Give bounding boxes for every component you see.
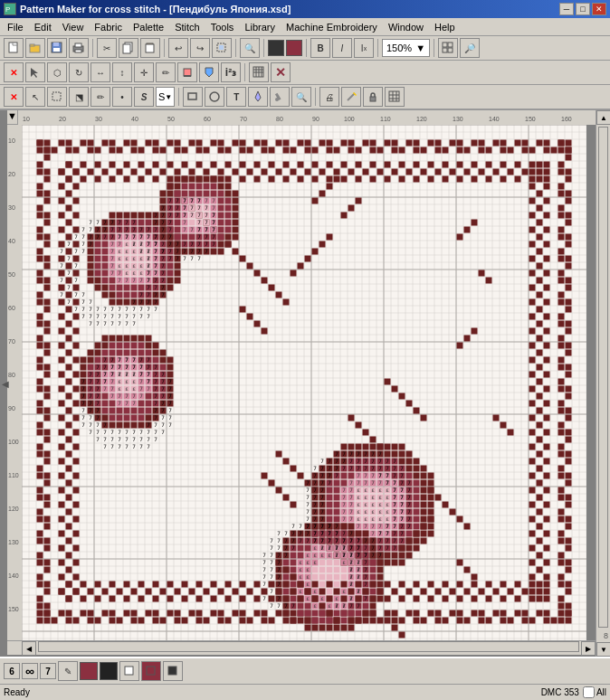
scroll-up-button[interactable]: ▲ <box>596 110 610 125</box>
cut-button[interactable]: ✂ <box>97 38 117 58</box>
svg-rect-81 <box>168 667 176 675</box>
erase2-button[interactable] <box>177 62 197 82</box>
menu-file[interactable]: File <box>2 20 29 34</box>
italic-button[interactable]: I <box>332 38 352 58</box>
svg-text:90: 90 <box>312 116 319 122</box>
all-checkbox[interactable] <box>583 686 595 698</box>
square-btn3[interactable] <box>163 661 183 681</box>
print3-button[interactable]: 🖨 <box>319 87 339 107</box>
pattern-canvas[interactable] <box>22 125 586 640</box>
pencil-mode-btn[interactable]: ✎ <box>58 661 78 681</box>
menu-edit[interactable]: Edit <box>29 20 57 34</box>
S-arrow[interactable]: ▼ <box>165 93 172 101</box>
menu-window[interactable]: Window <box>383 20 429 34</box>
flip-h-button[interactable]: ↔ <box>91 62 110 82</box>
h-scroll-thumb[interactable] <box>38 641 579 652</box>
point3-button[interactable]: • <box>112 87 132 107</box>
infinity-btn[interactable]: ∞ <box>22 663 38 679</box>
poly-button[interactable]: ⬔ <box>69 87 89 107</box>
undo-button[interactable]: ↩ <box>168 38 188 58</box>
num2-btn[interactable]: 7 <box>40 663 56 679</box>
zoom-out-button[interactable]: 🔍 <box>240 38 260 58</box>
pencil2-button[interactable]: ✏ <box>156 62 176 82</box>
canvas-container: ▼ 1020 3040 5060 7080 90100 110120 13014… <box>7 110 596 657</box>
svg-text:30: 30 <box>95 116 102 122</box>
color-swatch-1[interactable] <box>80 662 98 680</box>
S-button[interactable]: S <box>134 87 154 107</box>
eyedrop3-button[interactable] <box>270 87 290 107</box>
num1-btn[interactable]: 6 <box>4 663 20 679</box>
zoom-dropdown-arrow[interactable]: ▼ <box>415 43 425 53</box>
menu-palette[interactable]: Palette <box>128 20 169 34</box>
circle3-button[interactable] <box>205 87 224 107</box>
menu-library[interactable]: Library <box>239 20 281 34</box>
svg-rect-14 <box>123 44 130 53</box>
open-button[interactable] <box>25 38 45 58</box>
menu-stitch[interactable]: Stitch <box>169 20 205 34</box>
left-indicator: ◀ <box>0 379 11 389</box>
square-btn1[interactable] <box>119 661 139 681</box>
zoom-dropdown[interactable]: 150% ▼ <box>382 39 430 57</box>
new-button[interactable] <box>4 38 24 58</box>
redo-button[interactable]: ↪ <box>190 38 210 58</box>
zoom3-button[interactable]: 🔍 <box>291 87 311 107</box>
print-button[interactable] <box>69 38 89 58</box>
paint3-button[interactable] <box>248 87 268 107</box>
svg-text:140: 140 <box>489 116 500 122</box>
svg-rect-41 <box>389 91 399 101</box>
svg-rect-33 <box>52 92 61 100</box>
color-swatch-2[interactable] <box>100 662 118 680</box>
close3-button[interactable]: ✕ <box>4 87 24 107</box>
S-dropdown[interactable]: S ▼ <box>156 87 175 107</box>
select-all-button[interactable] <box>212 38 232 58</box>
svg-text:110: 110 <box>380 116 391 122</box>
lasso-button[interactable]: ⬡ <box>47 62 67 82</box>
text3-button[interactable]: T <box>226 87 246 107</box>
menu-tools[interactable]: Tools <box>205 20 240 34</box>
minimize-button[interactable]: ─ <box>559 3 574 15</box>
rotate-button[interactable]: ↻ <box>69 62 89 82</box>
flip-v-button[interactable]: ↕ <box>112 62 132 82</box>
move-button[interactable]: ✛ <box>134 62 154 82</box>
close-button[interactable]: ✕ <box>592 3 606 15</box>
color-swatch-black[interactable] <box>268 40 284 56</box>
pen3-button[interactable]: ✏ <box>91 87 110 107</box>
arrow3-button[interactable]: ↖ <box>25 87 45 107</box>
scroll-left-button[interactable]: ◀ <box>22 641 36 656</box>
svg-rect-34 <box>188 93 196 99</box>
menu-machine-embroidery[interactable]: Machine Embroidery <box>281 20 383 34</box>
toolbar-2: ✕ ⬡ ↻ ↔ ↕ ✛ ✏ i²₃ ✕ <box>0 61 610 85</box>
select2-button[interactable] <box>25 62 45 82</box>
cross-button[interactable]: ✕ <box>271 62 291 82</box>
menu-view[interactable]: View <box>57 20 90 34</box>
toolbar-1: ✂ ↩ ↪ 🔍 B I Ix 150% ▼ 🔎 <box>0 36 610 61</box>
select3-button[interactable] <box>47 87 67 107</box>
save-button[interactable] <box>47 38 67 58</box>
wand3-button[interactable] <box>341 87 361 107</box>
scroll-right-button[interactable]: ▶ <box>581 641 596 656</box>
h-scrollbar: ◀ ▶ <box>7 640 596 655</box>
menu-fabric[interactable]: Fabric <box>89 20 128 34</box>
paste-button[interactable] <box>140 38 160 58</box>
close2-button[interactable]: ✕ <box>4 62 24 82</box>
v-scroll-thumb[interactable] <box>598 127 608 628</box>
maximize-button[interactable]: □ <box>576 3 590 15</box>
copy-button[interactable] <box>119 38 138 58</box>
bold-button[interactable]: B <box>310 38 330 58</box>
menu-help[interactable]: Help <box>429 20 461 34</box>
zoom-in-button[interactable]: 🔎 <box>460 38 480 58</box>
lock3-button[interactable] <box>363 87 383 107</box>
rect3-button[interactable] <box>183 87 203 107</box>
scroll-down-button[interactable]: ▼ <box>596 642 610 657</box>
grid3-button[interactable] <box>385 87 405 107</box>
color-swatch-red[interactable] <box>286 40 302 56</box>
underline-button[interactable]: Ix <box>354 38 374 58</box>
svg-text:60: 60 <box>8 305 15 311</box>
square-btn2[interactable] <box>141 661 161 681</box>
pattern-with-ruler: 10 20 30 40 50 60 70 80 90 100 110 120 <box>7 125 596 640</box>
grid-button[interactable] <box>438 38 458 58</box>
fill2-button[interactable] <box>199 62 219 82</box>
separator-3 <box>235 39 236 57</box>
symbol-button[interactable]: i²₃ <box>221 62 241 82</box>
view2-button[interactable] <box>249 62 269 82</box>
